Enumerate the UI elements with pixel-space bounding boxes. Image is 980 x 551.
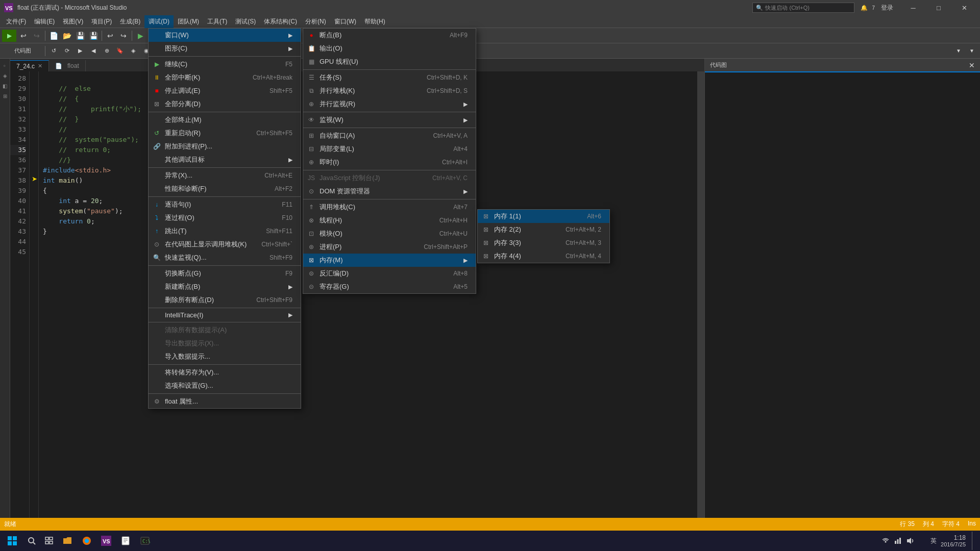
menu-stopdebug-item[interactable]: ■ 停止调试(E) Shift+F5: [149, 84, 301, 97]
menu-build[interactable]: 生成(B): [116, 15, 144, 28]
menu-stepinto-item[interactable]: ↓ 逐语句(I) F11: [149, 198, 301, 211]
menu-graphics-item[interactable]: 图形(C) ▶: [149, 42, 301, 55]
menu-tools[interactable]: 工具(T): [203, 15, 231, 28]
fileexplorer-button[interactable]: [58, 532, 77, 550]
menu-team[interactable]: 团队(M): [174, 15, 203, 28]
firefox-button[interactable]: [78, 532, 96, 550]
window-disasm-item[interactable]: ⊜ 反汇编(D) Alt+8: [303, 267, 476, 280]
menu-continue-item[interactable]: ▶ 继续(C) F5: [149, 58, 301, 71]
notification-icon[interactable]: 🔔: [861, 5, 868, 11]
menu-arch[interactable]: 体系结构(C): [260, 15, 301, 28]
save-all-button[interactable]: 💾: [87, 30, 100, 42]
taskbar-search-button[interactable]: [23, 532, 40, 550]
undo2-button[interactable]: ↩: [104, 30, 116, 42]
restore-button[interactable]: □: [927, 0, 950, 15]
menu-debug[interactable]: 调试(D): [144, 15, 174, 28]
window-parallelwatch-item[interactable]: ⊕ 并行监视(R) ▶: [303, 97, 476, 111]
minimize-button[interactable]: ─: [901, 0, 925, 15]
window-processes-item[interactable]: ⊛ 进程(P) Ctrl+Shift+Alt+P: [303, 240, 476, 254]
tab-7_24c[interactable]: 7_24.c ✕: [10, 60, 49, 71]
menu-intellitrace-item[interactable]: IntelliTrace(I) ▶: [149, 309, 301, 321]
window-output-item[interactable]: 📋 输出(O): [303, 42, 476, 55]
menu-window-item[interactable]: 窗口(W) ▶: [149, 29, 301, 42]
window-autos-item[interactable]: ⊞ 自动窗口(A) Ctrl+Alt+V, A: [303, 129, 476, 142]
memory-4-item[interactable]: ⊠ 内存 4(4) Ctrl+Alt+M, 4: [478, 249, 609, 263]
right-panel-close[interactable]: ✕: [966, 59, 978, 71]
menu-window[interactable]: 窗口(W): [330, 15, 360, 28]
menu-exceptions-item[interactable]: 异常(X)... Ctrl+Alt+E: [149, 169, 301, 182]
window-breakpoints-item[interactable]: ● 断点(B) Alt+F9: [303, 29, 476, 42]
tab-float[interactable]: 📄 float: [49, 60, 86, 71]
codemap-expand-btn[interactable]: ▼: [952, 45, 965, 57]
menu-test[interactable]: 测试(S): [231, 15, 260, 28]
menu-terminateall-item[interactable]: 全部终止(M): [149, 113, 301, 127]
window-threads-item[interactable]: ⊗ 线程(H) Ctrl+Alt+H: [303, 214, 476, 227]
redo-button[interactable]: ↪: [31, 30, 43, 42]
window-jsconsole-item[interactable]: JS JavaScript 控制台(J) Ctrl+Alt+V, C: [303, 171, 476, 185]
codemap-btn5[interactable]: ⊕: [101, 45, 113, 57]
start-button[interactable]: [2, 531, 22, 551]
open-file-button[interactable]: 📂: [61, 30, 73, 42]
menu-floatprops-item[interactable]: ⚙ float 属性...: [149, 395, 301, 408]
codemap-btn6[interactable]: 🔖: [114, 45, 126, 57]
menu-options-item[interactable]: 选项和设置(G)...: [149, 379, 301, 392]
menu-quickwatch-item[interactable]: 🔍 快速监视(Q)... Shift+F9: [149, 251, 301, 264]
debug-start-button[interactable]: ▶: [2, 30, 16, 42]
codemap-btn7[interactable]: ◈: [127, 45, 139, 57]
window-watch-item[interactable]: 👁 监视(W) ▶: [303, 113, 476, 127]
memory-3-item[interactable]: ⊠ 内存 3(3) Ctrl+Alt+M, 3: [478, 236, 609, 249]
menu-attach-item[interactable]: 🔗 附加到进程(P)...: [149, 140, 301, 153]
terminal-button[interactable]: C:\>: [136, 532, 154, 550]
window-tasks-item[interactable]: ☰ 任务(S) Ctrl+Shift+D, K: [303, 71, 476, 84]
menu-detachall-item[interactable]: ⊠ 全部分离(D): [149, 97, 301, 111]
menu-perf-item[interactable]: 性能和诊断(F) Alt+F2: [149, 182, 301, 195]
tab-close-7_24c[interactable]: ✕: [38, 63, 42, 69]
codemap-btn2[interactable]: ⟳: [61, 45, 73, 57]
menu-help[interactable]: 帮助(H): [360, 15, 389, 28]
undo-button[interactable]: ↩: [17, 30, 30, 42]
menu-breakall-item[interactable]: ⏸ 全部中断(K) Ctrl+Alt+Break: [149, 71, 301, 84]
memory-2-item[interactable]: ⊠ 内存 2(2) Ctrl+Alt+M, 2: [478, 223, 609, 236]
menu-file[interactable]: 文件(F): [2, 15, 30, 28]
menu-edit[interactable]: 编辑(E): [30, 15, 59, 28]
window-registers-item[interactable]: ⊝ 寄存器(G) Alt+5: [303, 280, 476, 293]
menu-restart-item[interactable]: ↺ 重新启动(R) Ctrl+Shift+F5: [149, 127, 301, 140]
menu-project[interactable]: 项目(P): [87, 15, 116, 28]
window-modules-item[interactable]: ⊡ 模块(O) Ctrl+Alt+U: [303, 227, 476, 240]
menu-stepover-item[interactable]: ⤵ 逐过程(O) F10: [149, 211, 301, 224]
run-button[interactable]: ▶: [134, 30, 146, 42]
window-parallelstack-item[interactable]: ⧉ 并行堆栈(K) Ctrl+Shift+D, S: [303, 84, 476, 97]
window-callstack-item[interactable]: ⇑ 调用堆栈(C) Alt+7: [303, 201, 476, 214]
menu-othertargets-item[interactable]: 其他调试目标 ▶: [149, 153, 301, 166]
codemap-btn3[interactable]: ▶: [74, 45, 86, 57]
codemap-btn4[interactable]: ◀: [87, 45, 100, 57]
memory-1-item[interactable]: ⊠ 内存 1(1) Alt+6: [478, 210, 609, 223]
window-memory-item[interactable]: ⊠ 内存(M) ▶: [303, 254, 476, 267]
sidebar-icon-1[interactable]: ⬦: [1, 61, 10, 70]
menu-showincallstack-item[interactable]: ⊙ 在代码图上显示调用堆栈(K) Ctrl+Shift+`: [149, 238, 301, 251]
save-button[interactable]: 💾: [74, 30, 86, 42]
codemap-more-btn[interactable]: ▼: [966, 45, 978, 57]
codemap-btn1[interactable]: ↺: [47, 45, 60, 57]
new-file-button[interactable]: 📄: [47, 30, 60, 42]
menu-togglebp-item[interactable]: 切换断点(G) F9: [149, 267, 301, 280]
menu-stepout-item[interactable]: ↑ 跳出(T) Shift+F11: [149, 224, 301, 238]
menu-view[interactable]: 视图(V): [59, 15, 87, 28]
window-immediate-item[interactable]: ⊕ 即时(I) Ctrl+Alt+I: [303, 156, 476, 169]
menu-savedump-item[interactable]: 将转储另存为(V)...: [149, 366, 301, 379]
sidebar-icon-3[interactable]: ◧: [1, 81, 10, 90]
window-dom-item[interactable]: ⊙ DOM 资源管理器 ▶: [303, 185, 476, 198]
menu-analyze[interactable]: 分析(N): [301, 15, 330, 28]
redo2-button[interactable]: ↪: [117, 30, 130, 42]
input-method[interactable]: 英: [930, 537, 937, 545]
vertical-scrollbar[interactable]: [697, 71, 704, 518]
menu-deleteallbp-item[interactable]: 删除所有断点(D) Ctrl+Shift+F9: [149, 293, 301, 307]
menu-importdatatips-item[interactable]: 导入数据提示...: [149, 350, 301, 363]
quicklaunch-label[interactable]: 快速启动 (Ctrl+Q): [765, 4, 809, 12]
vs-taskbar-button[interactable]: VS: [97, 532, 115, 550]
menu-newbp-item[interactable]: 新建断点(B) ▶: [149, 280, 301, 293]
taskview-button[interactable]: [41, 532, 57, 550]
show-desktop-button[interactable]: [972, 532, 974, 550]
window-gputhreads-item[interactable]: ▦ GPU 线程(U): [303, 55, 476, 68]
menu-exportdatatips-item[interactable]: 导出数据提示(X)...: [149, 337, 301, 350]
